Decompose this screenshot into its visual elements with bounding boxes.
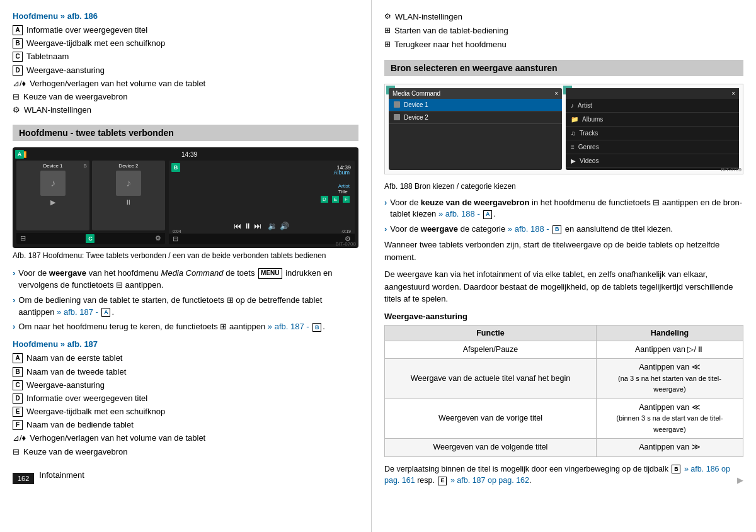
afb187-link-bottom[interactable]: » afb. 187 op pag. 162 xyxy=(450,476,529,485)
item-text: Naam van de eerste tablet xyxy=(26,353,122,364)
row2-func: Weergave van de actuele titel vanaf het … xyxy=(385,359,597,399)
left-column: Hoofdmenu » afb. 186 A Informatie over w… xyxy=(0,0,372,532)
bron-left-wrapper: A Media Command × Device 1 Device 2 xyxy=(389,88,562,170)
bron-header: Bron selecteren en weergave aansturen xyxy=(384,60,743,76)
bullet1: › Voor de weergave van het hoofdmenu Med… xyxy=(13,268,358,291)
device1-text: Device 1 xyxy=(404,101,428,108)
badge-a: A xyxy=(13,25,23,35)
afb187-link[interactable]: » afb. 187 - A xyxy=(57,307,112,317)
afb187b-link[interactable]: » afb. 187 - B xyxy=(268,322,323,331)
table-row: Weergeven van de vorige titel Aantippen … xyxy=(385,399,743,439)
badge-b-r2: B xyxy=(553,225,561,234)
source-icon: ⊟ xyxy=(13,91,20,103)
arrow-r1: › xyxy=(384,197,387,209)
bullet2-text: Om de bediening van de tablet te starten… xyxy=(18,295,358,319)
device-pair: Device 1 ♪ ▶ B Device 2 ♪ ⏸ xyxy=(16,161,165,230)
bit-label1: BIT-0708 xyxy=(336,241,356,247)
badge-e: E xyxy=(332,196,339,203)
right-icons-list: ⚙ WLAN-instellingen ⊞ Starten van de tab… xyxy=(384,11,743,51)
badge-c: C xyxy=(13,52,23,62)
src-icon3: ⊟ xyxy=(13,446,20,458)
source-func-icon: ⊟ xyxy=(116,280,123,290)
device1-badge: B xyxy=(84,163,87,169)
def-badges: D E F xyxy=(321,196,350,203)
fig188-text: Afb. 188 Bron kiezen / categorie kiezen xyxy=(384,182,516,191)
screen-layout: A Device 1 ♪ ▶ B Device 2 ♪ ⏸ xyxy=(16,161,355,244)
para2: De weergave kan via het infotainment of … xyxy=(384,268,743,305)
device1-item[interactable]: Device 1 xyxy=(389,99,562,111)
table-row: Weergave van de actuele titel vanaf het … xyxy=(385,359,743,399)
device2-art: ♪ xyxy=(116,171,141,196)
list-item: B Naam van de tweede tablet xyxy=(13,366,358,378)
device1-icon xyxy=(394,101,400,108)
device2-text: Device 2 xyxy=(404,114,428,121)
badge-a-r1: A xyxy=(483,210,492,219)
para1: Wanneer twee tablets verbonden zijn, sta… xyxy=(384,239,743,263)
time-right-val: -0:19 xyxy=(341,229,351,234)
albums-item[interactable]: 📁 Albums xyxy=(566,113,739,127)
genres-item[interactable]: ≡ Genres xyxy=(566,140,739,154)
tracks-icon: ♫ xyxy=(571,130,576,137)
screen-right-part: 📶 14:39 B Album Artist Title D E F ⏮ ⏸ xyxy=(169,161,355,244)
section3-title[interactable]: Hoofdmenu » afb. 187 xyxy=(13,339,358,349)
list-item: A Informatie over weergegeven titel xyxy=(13,25,358,36)
badge-c3: C xyxy=(13,380,23,390)
item-text: Verhogen/verlagen van het volume van de … xyxy=(30,433,205,444)
wlan-icon: ⚙ xyxy=(13,105,20,116)
item-text: Terugkeer naar het hoofdmenu xyxy=(394,39,507,50)
row3-action: Aantippen van ≪(binnen 3 s na de start v… xyxy=(596,399,743,439)
close-icon[interactable]: × xyxy=(554,90,558,97)
videos-item[interactable]: ▶ Videos xyxy=(566,154,739,168)
artist-icon: ♪ xyxy=(571,102,574,109)
item-text: Starten van de tablet-bediening xyxy=(394,25,508,37)
afb188b-link[interactable]: » afb. 188 - B xyxy=(508,224,563,234)
badge-e3: E xyxy=(13,407,23,417)
weergave-subheading: Weergave-aansturing xyxy=(384,312,743,321)
badge-a-overlay: A xyxy=(15,150,24,159)
list-item: ⚙ WLAN-instellingen xyxy=(384,11,743,23)
table-row: Afspelen/Pauze Aantippen van ▷/⏸ xyxy=(385,341,743,359)
col-functie: Functie xyxy=(385,325,597,341)
row1-action: Aantippen van ▷/⏸ xyxy=(596,341,743,359)
artist-item[interactable]: ♪ Artist xyxy=(566,99,739,113)
badge-b: B xyxy=(13,38,23,48)
row1-func: Afspelen/Pauze xyxy=(385,341,597,359)
badge-d: D xyxy=(321,196,328,203)
badge-a3: A xyxy=(13,353,23,363)
device1-panel: Device 1 ♪ ▶ B xyxy=(16,161,89,230)
rw-close[interactable]: × xyxy=(731,90,735,97)
section1-title[interactable]: Hoofdmenu » afb. 186 xyxy=(13,11,358,21)
col-handeling: Handeling xyxy=(596,325,743,341)
media-command-title: Media Command xyxy=(392,90,440,97)
artist-label: Artist xyxy=(338,183,350,189)
arrow-icon2: › xyxy=(13,295,15,307)
item-text: Keuze van de weergavebron xyxy=(23,446,128,458)
afb188a-link[interactable]: » afb. 188 - A xyxy=(438,209,493,218)
pause-icon: ⏸ xyxy=(125,198,132,206)
bullet2: › Om de bediening van de tablet te start… xyxy=(13,295,358,319)
bullet1-text: Voor de weergave van het hoofdmenu Media… xyxy=(18,268,358,291)
time-left: 0:04 xyxy=(173,229,181,234)
list-item: ⊿/♦ Verhogen/verlagen van het volume van… xyxy=(13,433,358,444)
tracks-item[interactable]: ♫ Tracks xyxy=(566,127,739,140)
row4-func: Weergeven van de volgende titel xyxy=(385,439,597,457)
badge-f3: F xyxy=(13,420,23,430)
menu-key: MENU xyxy=(258,268,282,279)
bron-right-wrapper: B × ♪ Artist 📁 Albums ♫ Tracks xyxy=(566,88,739,170)
right-bottom-bar: ⊟ ⚙ xyxy=(169,234,355,244)
right-media-header: × xyxy=(566,88,739,99)
list-item: ⊞ Terugkeer naar het hoofdmenu xyxy=(384,39,743,50)
item-text: Keuze van de weergavebron xyxy=(23,91,128,103)
device2-item[interactable]: Device 2 xyxy=(389,111,562,124)
arrow-r2: › xyxy=(384,224,387,235)
badge-d: D xyxy=(13,65,23,76)
item-text: Verhogen/verlagen van het volume van de … xyxy=(30,78,205,89)
device2-label: Device 2 xyxy=(118,163,138,169)
tablet2-icon: ⊟ xyxy=(173,235,178,243)
genres-text: Genres xyxy=(578,144,599,150)
badge-f: F xyxy=(343,196,350,203)
badge-b3: B xyxy=(13,367,23,377)
badge-d3: D xyxy=(13,393,23,404)
section1-list: A Informatie over weergegeven titel B We… xyxy=(13,25,358,116)
item-text: Weergave-aansturing xyxy=(26,65,105,76)
